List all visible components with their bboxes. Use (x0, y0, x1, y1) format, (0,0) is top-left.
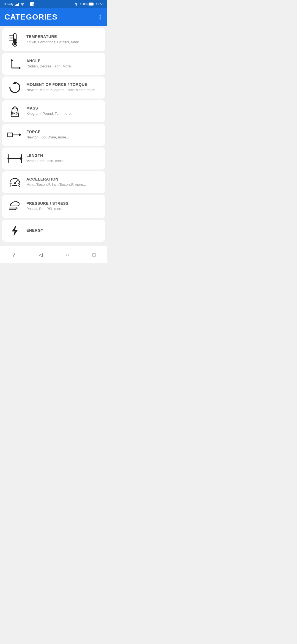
force-subtitle: Newton, Kip, Dyne, more... (26, 135, 69, 140)
acceleration-text: ACCELERATION Meter/Second², Inch/Second²… (26, 177, 86, 187)
length-text: LENGTH Meter, Foot, Inch, more... (26, 153, 66, 163)
svg-rect-20 (8, 133, 13, 137)
torque-subtitle: Newton Meter, Kilogram Force Meter, more… (26, 88, 98, 92)
temperature-subtitle: Kelvin, Fahrenheit, Celsius, More... (26, 40, 82, 45)
length-subtitle: Meter, Foot, Inch, more... (26, 159, 66, 163)
svg-rect-1 (31, 4, 31, 6)
force-text: FORCE Newton, Kip, Dyne, more... (26, 130, 69, 140)
svg-marker-39 (15, 209, 16, 211)
battery-label: 100% (80, 2, 87, 6)
torque-text: MOMENT OF FORCE / TORQUE Newton Meter, K… (26, 82, 98, 92)
angle-text: ANGLE Radian, Degree, Sign, More... (26, 59, 74, 69)
category-length[interactable]: LENGTH Meter, Foot, Inch, more... (2, 148, 105, 170)
dots-icon: ··· (26, 2, 29, 6)
wifi-icon (20, 3, 24, 6)
category-temperature[interactable]: TEMPERATURE Kelvin, Fahrenheit, Celsius,… (2, 28, 105, 51)
category-angle[interactable]: ANGLE Radian, Degree, Sign, More... (2, 53, 105, 75)
more-options-button[interactable] (97, 12, 103, 22)
temperature-title: TEMPERATURE (26, 34, 82, 39)
linkedin-icon (30, 2, 34, 6)
app-bar: CATEGORIES (0, 8, 107, 26)
svg-marker-40 (12, 225, 18, 236)
svg-marker-22 (19, 133, 21, 136)
acceleration-icon (7, 175, 23, 189)
svg-rect-5 (89, 3, 93, 5)
nav-recent-button[interactable]: □ (86, 250, 102, 260)
energy-title: ENERGY (26, 228, 43, 233)
force-icon (7, 129, 23, 140)
pressure-text: PRESSURE / STRESS Pascal, Bar, PSI, more… (26, 201, 68, 211)
nav-down-button[interactable]: ∨ (5, 250, 22, 260)
category-mass[interactable]: 8KG MASS Kilogram, Pound, Ton, more... (2, 100, 105, 122)
pressure-icon (7, 199, 23, 214)
signal-icon (15, 2, 19, 6)
svg-marker-17 (19, 67, 21, 69)
battery-icon (89, 2, 95, 6)
torque-icon (7, 80, 23, 95)
category-pressure[interactable]: PRESSURE / STRESS Pascal, Bar, PSI, more… (2, 195, 105, 218)
svg-marker-15 (11, 59, 13, 61)
energy-text: ENERGY (26, 228, 43, 233)
torque-title: MOMENT OF FORCE / TORQUE (26, 82, 98, 87)
mass-title: MASS (26, 106, 74, 110)
angle-icon (7, 57, 23, 71)
svg-line-31 (12, 179, 12, 180)
acceleration-subtitle: Meter/Second², Inch/Second², more... (26, 182, 86, 187)
mass-subtitle: Kilogram, Pound, Ton, more... (26, 111, 74, 116)
acceleration-title: ACCELERATION (26, 177, 86, 181)
status-left: Smarty ··· (4, 2, 34, 6)
svg-point-34 (14, 182, 16, 184)
svg-text:N: N (75, 3, 77, 6)
categories-list: TEMPERATURE Kelvin, Fahrenheit, Celsius,… (0, 26, 107, 244)
carrier-label: Smarty (4, 2, 13, 6)
length-icon (7, 152, 23, 165)
category-energy[interactable]: ENERGY (2, 220, 105, 242)
svg-point-2 (31, 3, 31, 3)
pressure-title: PRESSURE / STRESS (26, 201, 68, 206)
pressure-subtitle: Pascal, Bar, PSI, more... (26, 206, 68, 211)
category-torque[interactable]: MOMENT OF FORCE / TORQUE Newton Meter, K… (2, 77, 105, 99)
angle-title: ANGLE (26, 59, 74, 63)
svg-point-13 (13, 43, 16, 45)
temperature-icon (7, 32, 23, 47)
time-label: 12:56 (96, 2, 103, 6)
angle-subtitle: Radian, Degree, Sign, More... (26, 64, 74, 69)
length-title: LENGTH (26, 153, 66, 158)
energy-icon (7, 224, 23, 238)
page-title: CATEGORIES (4, 13, 57, 21)
category-force[interactable]: FORCE Newton, Kip, Dyne, more... (2, 124, 105, 146)
mass-text: MASS Kilogram, Pound, Ton, more... (26, 106, 74, 116)
nav-home-button[interactable]: ○ (59, 250, 76, 260)
nav-back-button[interactable]: ◁ (32, 250, 49, 260)
bottom-nav: ∨ ◁ ○ □ (0, 246, 107, 263)
temperature-text: TEMPERATURE Kelvin, Fahrenheit, Celsius,… (26, 34, 82, 45)
svg-text:8KG: 8KG (12, 112, 18, 115)
svg-rect-6 (94, 4, 94, 5)
nfc-icon: N (75, 2, 79, 6)
force-title: FORCE (26, 130, 69, 134)
status-right: N 100% 12:56 (75, 2, 103, 6)
category-acceleration[interactable]: ACCELERATION Meter/Second², Inch/Second²… (2, 171, 105, 193)
mass-icon: 8KG (7, 104, 23, 118)
status-bar: Smarty ··· N 100% (0, 0, 107, 8)
svg-marker-38 (16, 207, 18, 209)
